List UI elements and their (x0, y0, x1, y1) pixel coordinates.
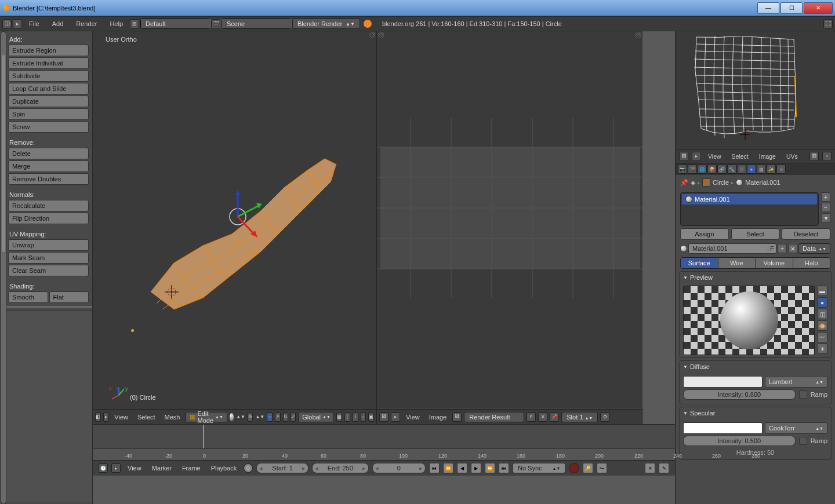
material-name-field[interactable]: Material.001 F (688, 243, 776, 254)
maximize-button[interactable]: ☐ (780, 2, 803, 14)
image-pin-icon[interactable]: 📌 (550, 412, 559, 422)
tab-world[interactable]: 🌐 (698, 165, 707, 174)
diffuse-color[interactable] (683, 376, 763, 388)
merge-button[interactable]: Merge (8, 160, 89, 172)
info-editor-icon[interactable]: ⓘ (2, 19, 12, 28)
playhead[interactable] (203, 425, 204, 448)
specular-intensity-slider[interactable]: Intensity: 0.500 (683, 436, 796, 446)
tab-render[interactable]: 📷 (678, 165, 687, 174)
uv-image-menu[interactable]: Image (756, 153, 779, 160)
image-menu[interactable]: Image (426, 414, 451, 421)
uv-editor[interactable]: 🖼 ▸ View Select Image UVs 🖼 + (676, 31, 835, 163)
expand-header-icon[interactable]: ▸ (111, 463, 121, 473)
menu-help[interactable]: Help (104, 19, 129, 28)
scene-browse-icon[interactable]: 🎬 (211, 19, 220, 28)
sync-dropdown[interactable]: No Sync ▲▼ (513, 463, 565, 473)
duplicate-button[interactable]: Duplicate (8, 96, 89, 107)
view-menu[interactable]: View (402, 414, 423, 421)
editor-type-icon[interactable]: ◧ (95, 412, 101, 422)
tl-marker-menu[interactable]: Marker (148, 465, 175, 472)
assign-button[interactable]: Assign (680, 228, 729, 240)
diffuse-shader-dropdown[interactable]: Lambert▲▼ (765, 376, 827, 388)
keying-edit-button[interactable]: ✎ (659, 463, 669, 473)
layout-browse-icon[interactable]: ⊞ (130, 19, 139, 28)
expand-header-icon[interactable]: ▸ (391, 412, 400, 422)
expand-header-icon[interactable]: ▸ (692, 152, 701, 161)
tab-physics[interactable]: ⚛ (776, 165, 786, 174)
preview-sky-icon[interactable]: ☀ (817, 344, 827, 354)
manipulator-rotate[interactable]: ↻ (283, 412, 288, 422)
material-browse-icon[interactable] (680, 245, 687, 252)
occlusion-icon[interactable]: ▣ (368, 412, 374, 422)
split-corner-icon[interactable] (378, 32, 384, 38)
select-edge-icon[interactable]: / (353, 412, 358, 422)
editor-type-icon[interactable]: 🕐 (99, 463, 108, 473)
select-menu[interactable]: Select (134, 414, 159, 421)
tab-wire[interactable]: Wire (718, 258, 756, 268)
preview-flat-icon[interactable]: ▬ (817, 286, 827, 296)
shelf-resize-handle[interactable] (5, 306, 92, 308)
tab-volume[interactable]: Volume (756, 258, 793, 268)
jump-end-button[interactable]: ⏭ (499, 463, 509, 473)
specular-shader-dropdown[interactable]: CookTorr▲▼ (765, 422, 827, 434)
material-add-button[interactable]: + (821, 192, 830, 202)
split-corner-icon[interactable] (635, 32, 641, 38)
preview-panel-header[interactable]: ▼ Preview (680, 272, 831, 283)
breadcrumb-material[interactable]: Material.001 (745, 179, 780, 186)
tl-view-menu[interactable]: View (124, 465, 145, 472)
flip-direction-button[interactable]: Flip Direction (8, 213, 89, 224)
tab-data[interactable]: ▽ (737, 165, 746, 174)
preview-cube-icon[interactable]: ◫ (817, 309, 827, 319)
manipulator-scale[interactable]: ⤢ (291, 412, 296, 422)
shading-icon[interactable] (230, 413, 234, 421)
flat-button[interactable]: Flat (49, 291, 89, 303)
select-button[interactable]: Select (731, 228, 780, 240)
expand-header-icon[interactable]: ▸ (103, 412, 108, 422)
tab-surface[interactable]: Surface (681, 258, 718, 268)
range-toggle[interactable]: ⏲ (244, 463, 253, 473)
clear-seam-button[interactable]: Clear Seam (8, 265, 89, 276)
preview-hair-icon[interactable]: 〰 (817, 332, 827, 342)
image-field[interactable]: Render Result (464, 412, 524, 422)
image-f-button[interactable]: F (527, 412, 536, 422)
tl-frame-menu[interactable]: Frame (179, 465, 204, 472)
play-reverse-button[interactable]: ◀ (457, 463, 467, 473)
tab-constraints[interactable]: 🔗 (717, 165, 727, 174)
keying-set-button[interactable]: 🔑 (583, 463, 593, 473)
uv-uvs-menu[interactable]: UVs (783, 153, 801, 160)
diffuse-ramp-checkbox[interactable] (799, 390, 807, 399)
menu-render[interactable]: Render (70, 19, 103, 28)
uv-new-icon[interactable]: + (822, 152, 832, 161)
menu-add[interactable]: Add (46, 19, 70, 28)
manipulator-translate[interactable]: ↗ (275, 412, 280, 422)
extrude-region-button[interactable]: Extrude Region (8, 45, 89, 56)
end-frame-field[interactable]: ◂End: 250▸ (312, 463, 369, 473)
record-button[interactable] (569, 463, 579, 473)
fullscreen-icon[interactable]: ⛶ (823, 19, 833, 28)
manipulator-toggle[interactable]: ↔ (267, 412, 273, 422)
material-plus-button[interactable]: + (778, 244, 787, 253)
image-x-button[interactable]: ✕ (538, 412, 547, 422)
tab-material[interactable]: ● (747, 165, 756, 174)
breadcrumb-object[interactable]: Circle (713, 179, 729, 186)
tab-modifiers[interactable]: 🔧 (727, 165, 736, 174)
material-menu-button[interactable]: ▾ (821, 213, 830, 222)
current-frame-field[interactable]: ◂0▸ (372, 463, 426, 473)
smooth-button[interactable]: Smooth (8, 291, 48, 303)
extrude-individual-button[interactable]: Extrude Individual (8, 57, 89, 69)
tab-particles[interactable]: ✨ (767, 165, 776, 174)
remove-doubles-button[interactable]: Remove Doubles (8, 173, 89, 185)
preview-sphere-button[interactable]: ● (817, 297, 827, 308)
deselect-button[interactable]: Deselect (782, 228, 830, 240)
view-menu[interactable]: View (111, 414, 132, 421)
spin-button[interactable]: Spin (8, 108, 89, 120)
specular-panel-header[interactable]: ▼ Specular (680, 407, 831, 419)
image-settings-icon[interactable]: ⚙ (600, 412, 609, 422)
layers-icon[interactable]: ▦ (336, 412, 342, 422)
uv-image-icon[interactable]: 🖼 (809, 152, 819, 161)
mark-seam-button[interactable]: Mark Seam (8, 252, 89, 264)
tab-texture[interactable]: ▦ (757, 165, 766, 174)
jump-next-key-button[interactable]: ⏩ (485, 463, 495, 473)
pin-icon[interactable]: 📌 (680, 179, 688, 187)
link-dropdown[interactable]: Data▲▼ (798, 243, 830, 254)
